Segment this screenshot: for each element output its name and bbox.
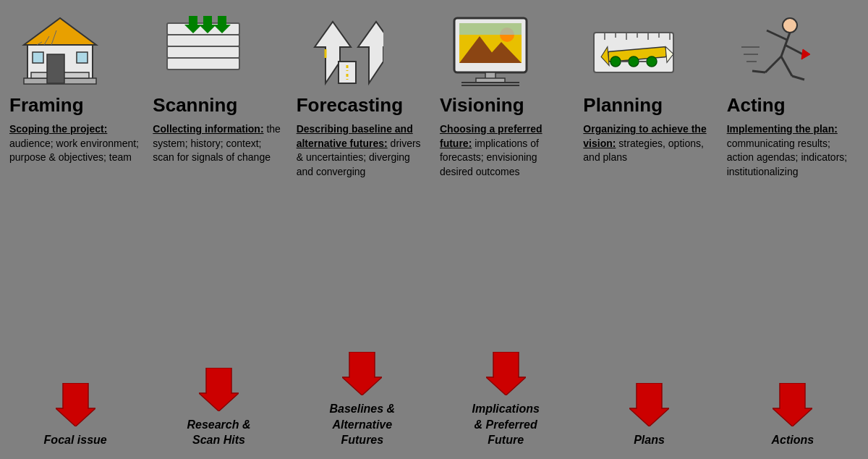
- forecasting-arrow: [297, 352, 428, 395]
- svg-marker-58: [801, 49, 810, 59]
- planning-description: Organizing to achieve the vision: strate…: [583, 122, 715, 376]
- svg-marker-20: [358, 22, 383, 83]
- svg-point-48: [610, 56, 621, 67]
- svg-line-61: [781, 56, 792, 76]
- svg-point-54: [783, 18, 797, 33]
- svg-marker-66: [773, 383, 812, 426]
- svg-line-62: [792, 76, 804, 80]
- svg-marker-18: [199, 368, 239, 411]
- svg-point-49: [629, 56, 639, 67]
- svg-rect-13: [167, 35, 239, 46]
- svg-rect-21: [339, 62, 356, 83]
- scanning-icon: [160, 14, 247, 87]
- scanning-heading: Scanning: [153, 94, 237, 117]
- column-acting: Acting Implementing the plan: communicat…: [721, 7, 864, 452]
- visioning-output: Implications& PreferredFuture: [440, 401, 571, 448]
- svg-marker-10: [56, 383, 95, 426]
- forecasting-output: Baselines &AlternativeFutures: [297, 401, 428, 448]
- svg-rect-6: [77, 52, 88, 63]
- framing-icon-area: [9, 11, 111, 90]
- planning-icon-area: [583, 11, 684, 90]
- scanning-icon-area: [153, 11, 254, 90]
- visioning-icon: [451, 14, 530, 87]
- acting-arrow: [727, 383, 859, 426]
- svg-marker-36: [486, 352, 526, 395]
- framing-arrow: [9, 383, 141, 426]
- acting-icon: [738, 14, 817, 87]
- svg-rect-12: [167, 46, 239, 58]
- planning-heading: Planning: [583, 94, 663, 117]
- scanning-description: Collecting information: the system; hist…: [153, 122, 284, 361]
- visioning-icon-area: [440, 11, 541, 90]
- svg-rect-5: [33, 52, 43, 63]
- acting-description: Implementing the plan: communicating res…: [727, 122, 859, 376]
- framing-output: Focal issue: [9, 432, 141, 448]
- svg-line-60: [752, 71, 765, 72]
- forecasting-heading: Forecasting: [297, 94, 403, 117]
- column-visioning: Visioning Choosing a preferred future: i…: [434, 7, 577, 452]
- visioning-description: Choosing a preferred future: implication…: [440, 122, 571, 345]
- svg-line-56: [767, 30, 787, 40]
- column-forecasting: Forecasting Describing baseline and alte…: [291, 7, 434, 452]
- framing-icon: [17, 14, 103, 87]
- scanning-arrow: [153, 368, 284, 411]
- forecasting-icon-area: [297, 11, 398, 90]
- forecasting-icon: [311, 14, 383, 87]
- svg-rect-31: [459, 23, 522, 35]
- visioning-heading: Visioning: [440, 94, 524, 117]
- svg-marker-25: [342, 352, 382, 395]
- svg-point-50: [647, 56, 657, 67]
- column-planning: Planning Organizing to achieve the visio…: [577, 7, 720, 452]
- column-scanning: Scanning Collecting information: the sys…: [147, 7, 290, 452]
- planning-arrow: [583, 383, 715, 426]
- main-container: Framing Scoping the project: audience; w…: [0, 0, 868, 459]
- planning-output: Plans: [583, 432, 715, 448]
- svg-rect-11: [167, 58, 239, 70]
- column-framing: Framing Scoping the project: audience; w…: [4, 7, 147, 452]
- acting-icon-area: [727, 11, 828, 90]
- svg-line-57: [785, 45, 803, 54]
- framing-description: Scoping the project: audience; work envi…: [9, 122, 141, 376]
- forecasting-description: Describing baseline and alternative futu…: [297, 122, 428, 345]
- framing-heading: Framing: [9, 94, 84, 117]
- visioning-arrow: [440, 352, 571, 395]
- svg-line-59: [765, 56, 781, 72]
- svg-marker-1: [24, 18, 96, 45]
- scanning-output: Research &Scan Hits: [153, 417, 284, 448]
- svg-rect-4: [47, 54, 64, 83]
- acting-heading: Acting: [727, 94, 786, 117]
- planning-icon: [590, 14, 677, 87]
- acting-output: Actions: [727, 432, 859, 448]
- svg-marker-53: [629, 383, 669, 426]
